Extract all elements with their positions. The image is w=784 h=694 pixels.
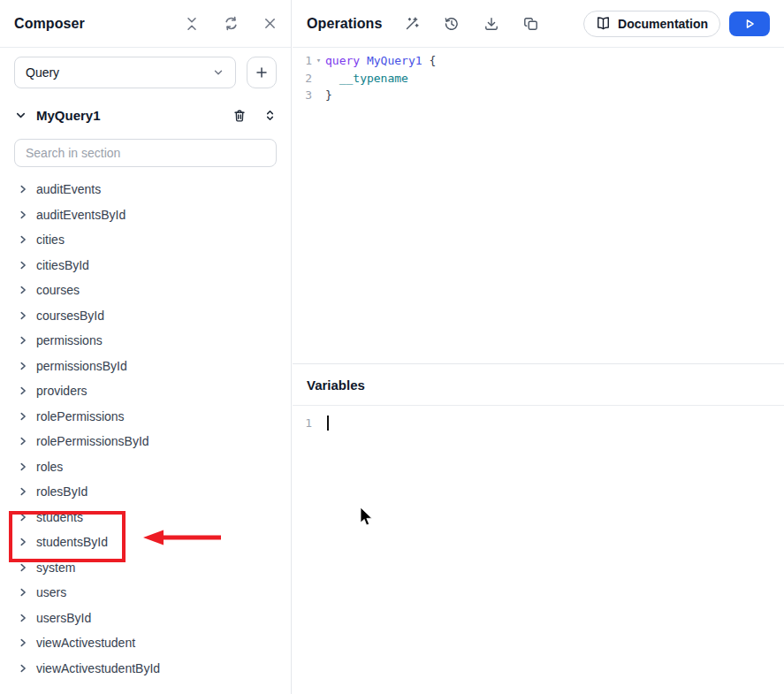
play-icon [743, 18, 756, 30]
download-icon [483, 16, 499, 32]
chevron-right-icon [18, 537, 28, 547]
trash-icon [232, 109, 247, 123]
list-item[interactable]: viewActivestudent [14, 630, 277, 656]
variables-section: Variables 1 [293, 363, 784, 432]
field-label: auditEventsById [36, 208, 126, 222]
field-label: usersById [36, 611, 91, 625]
book-open-icon [596, 16, 611, 31]
documentation-label: Documentation [618, 17, 708, 31]
list-item[interactable]: coursesById [14, 303, 277, 329]
chevron-down-icon [212, 66, 225, 79]
line-number: 2 [293, 70, 312, 88]
list-item[interactable]: users [14, 580, 277, 606]
list-item[interactable]: usersById [14, 606, 277, 631]
field-label: courses [36, 283, 80, 297]
list-item[interactable]: studentsById [14, 530, 277, 555]
list-item[interactable]: rolesById [14, 479, 277, 505]
code-line: 2 __typename [293, 70, 784, 88]
chevron-right-icon [18, 637, 28, 648]
list-item[interactable]: providers [14, 378, 277, 404]
field-label: system [36, 561, 75, 575]
documentation-button[interactable]: Documentation [583, 11, 720, 37]
list-item[interactable]: permissionsById [14, 354, 277, 379]
operations-title: Operations [307, 16, 382, 32]
field-label: cities [36, 233, 65, 247]
query-editor[interactable]: 1 ▾ query MyQuery1 { 2 __typename 3 } [293, 48, 784, 363]
chevrons-up-down-icon [263, 109, 277, 122]
chevron-right-icon [18, 613, 28, 623]
line-number: 1 [293, 415, 312, 432]
chevron-right-icon [18, 310, 28, 321]
copy-button[interactable] [523, 16, 539, 32]
add-operation-button[interactable] [247, 57, 277, 88]
chevron-right-icon [18, 385, 28, 396]
field-list: auditEvents auditEventsById cities [14, 177, 277, 681]
list-item[interactable]: auditEventsById [14, 202, 277, 228]
collapse-all-button[interactable] [185, 17, 199, 31]
run-query-button[interactable] [729, 11, 770, 36]
collapse-vertical-icon [185, 17, 199, 31]
field-label: students [36, 510, 83, 524]
list-item[interactable]: rolePermissions [14, 404, 277, 430]
code-text: __typename [325, 70, 408, 88]
magic-wand-icon [404, 16, 420, 32]
operations-panel: Operations [293, 0, 784, 694]
operation-row: MyQuery1 [14, 108, 277, 123]
list-item[interactable]: auditEvents [14, 177, 277, 202]
chevron-right-icon [18, 335, 28, 346]
close-icon [263, 17, 277, 30]
delete-operation-button[interactable] [232, 109, 247, 123]
field-label: permissions [36, 333, 103, 347]
chevron-right-icon [18, 587, 28, 598]
operations-header: Operations [293, 0, 784, 48]
fold-caret-icon[interactable] [312, 87, 325, 104]
text-caret [327, 416, 329, 431]
fold-caret-icon[interactable]: ▾ [312, 52, 325, 70]
prettify-button[interactable] [404, 16, 420, 32]
fold-caret-icon[interactable] [312, 70, 325, 88]
chevron-right-icon [18, 260, 28, 271]
composer-title: Composer [14, 16, 85, 32]
list-item[interactable]: system [14, 555, 277, 581]
line-number: 1 [293, 52, 312, 70]
chevron-down-icon[interactable] [14, 109, 27, 122]
list-item[interactable]: courses [14, 278, 277, 303]
field-label: citiesById [36, 258, 89, 272]
field-label: roles [36, 460, 63, 474]
list-item[interactable]: citiesById [14, 253, 277, 278]
field-label: providers [36, 384, 88, 398]
search-input[interactable] [14, 139, 277, 167]
list-item[interactable]: students [14, 505, 277, 530]
download-button[interactable] [483, 16, 499, 32]
list-item[interactable]: cities [14, 227, 277, 253]
expand-collapse-operation-button[interactable] [263, 109, 277, 122]
code-text: query MyQuery1 { [325, 52, 436, 70]
list-item[interactable]: roles [14, 454, 277, 480]
variables-editor[interactable]: 1 [293, 406, 784, 432]
close-composer-button[interactable] [263, 17, 277, 30]
composer-panel: Composer [0, 0, 292, 694]
code-text: } [325, 87, 332, 104]
list-item[interactable]: viewActivestudentById [14, 656, 277, 682]
chevron-right-icon [18, 184, 28, 194]
operation-type-value: Query [26, 65, 59, 80]
plus-icon [255, 65, 269, 80]
code-line: 3 } [293, 87, 784, 104]
chevron-right-icon [18, 512, 28, 522]
list-item[interactable]: rolePermissionsById [14, 429, 277, 454]
composer-header: Composer [0, 0, 291, 48]
field-label: coursesById [36, 309, 104, 323]
field-label: rolesById [36, 484, 88, 499]
field-label: rolePermissionsById [36, 434, 149, 448]
operation-type-select[interactable]: Query [14, 57, 236, 88]
refresh-button[interactable] [224, 16, 239, 31]
chevron-right-icon [18, 234, 28, 245]
list-item[interactable]: permissions [14, 328, 277, 354]
field-label: auditEvents [36, 182, 101, 196]
chevron-right-icon [18, 210, 28, 220]
chevron-right-icon [18, 436, 28, 446]
history-button[interactable] [444, 16, 460, 32]
field-label: viewActivestudentById [36, 661, 160, 675]
field-label: studentsById [36, 535, 108, 549]
chevron-right-icon [18, 411, 28, 422]
